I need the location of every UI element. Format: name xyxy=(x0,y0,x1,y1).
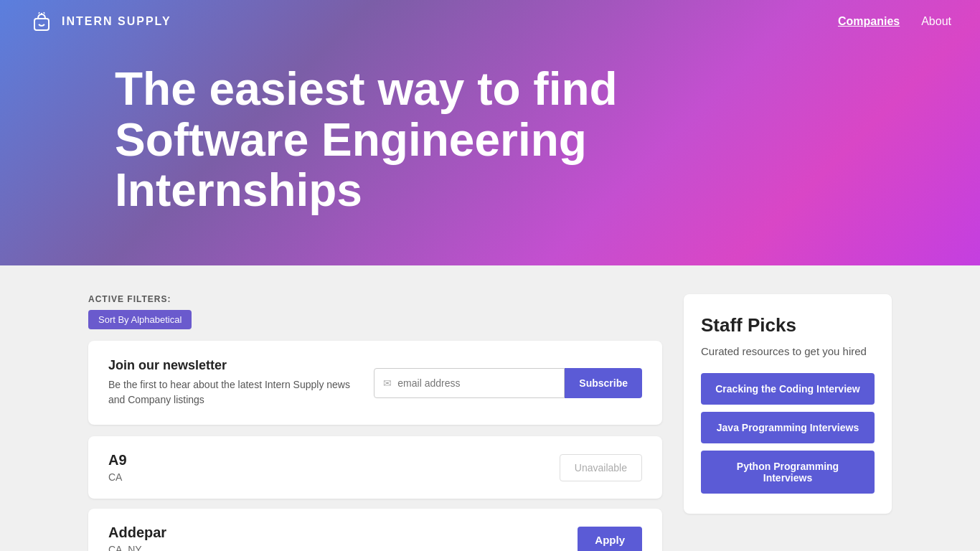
newsletter-card: Join our newsletter Be the first to hear… xyxy=(88,341,662,425)
email-input[interactable] xyxy=(397,377,555,389)
active-filters: ACTIVE FILTERS: Sort By Alphabetical xyxy=(88,294,662,329)
main-content: ACTIVE FILTERS: Sort By Alphabetical Joi… xyxy=(60,265,920,551)
staff-pick-btn-0[interactable]: Cracking the Coding Interview xyxy=(701,373,875,405)
logo-link[interactable]: INTERN SUPPLY xyxy=(29,9,171,34)
company-card-addepar: Addepar CA, NY Apply xyxy=(88,509,662,551)
newsletter-desc: Be the first to hear about the latest In… xyxy=(108,377,359,408)
company-name-addepar: Addepar xyxy=(108,524,166,541)
hero-title: The easiest way to find Software Enginee… xyxy=(115,64,703,215)
newsletter-form: ✉ Subscribe xyxy=(374,368,642,398)
company-location-a9: CA xyxy=(108,471,127,483)
email-icon: ✉ xyxy=(383,377,392,389)
logo-icon xyxy=(29,9,55,34)
nav-link-about[interactable]: About xyxy=(921,15,951,28)
staff-pick-btn-2[interactable]: Python Programming Interviews xyxy=(701,451,875,494)
company-info-addepar: Addepar CA, NY xyxy=(108,524,166,551)
svg-line-3 xyxy=(44,12,44,14)
filter-tag-alphabetical[interactable]: Sort By Alphabetical xyxy=(88,310,192,329)
left-column: ACTIVE FILTERS: Sort By Alphabetical Joi… xyxy=(88,294,662,551)
filters-label: ACTIVE FILTERS: xyxy=(88,294,662,304)
staff-picks-title: Staff Picks xyxy=(701,314,875,336)
staff-picks-desc: Curated resources to get you hired xyxy=(701,344,875,359)
company-info-a9: A9 CA xyxy=(108,452,127,483)
unavailable-button-a9: Unavailable xyxy=(560,454,642,481)
email-input-wrapper: ✉ xyxy=(374,368,565,398)
subscribe-button[interactable]: Subscribe xyxy=(565,368,642,398)
staff-picks-card: Staff Picks Curated resources to get you… xyxy=(684,294,892,514)
company-card-a9: A9 CA Unavailable xyxy=(88,436,662,499)
navbar: INTERN SUPPLY Companies About xyxy=(0,0,980,43)
nav-link-companies[interactable]: Companies xyxy=(838,15,900,28)
right-column: Staff Picks Curated resources to get you… xyxy=(684,294,892,551)
logo-text: INTERN SUPPLY xyxy=(62,15,171,28)
newsletter-text: Join our newsletter Be the first to hear… xyxy=(108,358,359,408)
svg-rect-0 xyxy=(34,19,49,30)
staff-pick-btn-1[interactable]: Java Programming Interviews xyxy=(701,412,875,443)
svg-line-2 xyxy=(39,12,39,14)
company-name-a9: A9 xyxy=(108,452,127,468)
nav-links: Companies About xyxy=(838,15,951,28)
newsletter-title: Join our newsletter xyxy=(108,358,359,373)
apply-button-addepar[interactable]: Apply xyxy=(578,527,642,551)
company-location-addepar: CA, NY xyxy=(108,544,166,551)
